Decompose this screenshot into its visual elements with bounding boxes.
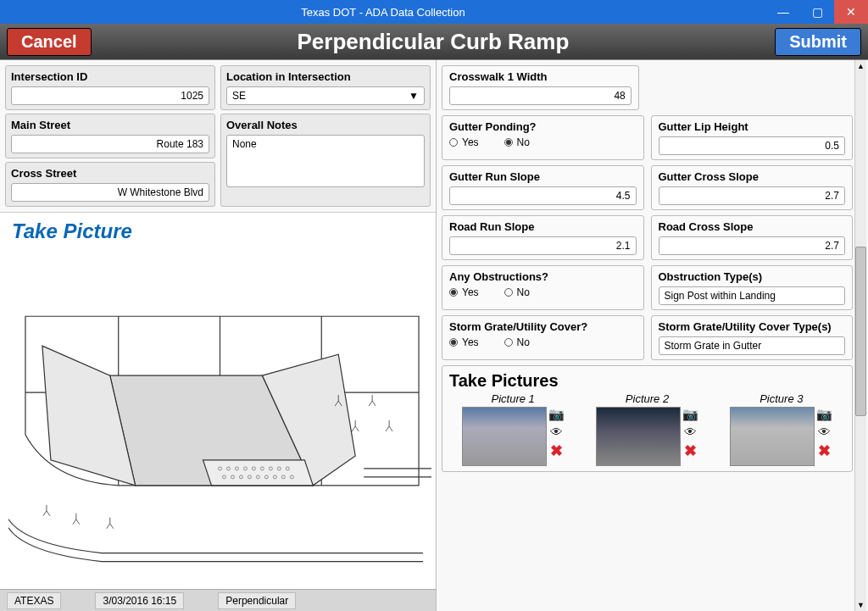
storm-grate-types-input[interactable] <box>659 336 846 355</box>
gutter-run-slope-input[interactable] <box>449 186 637 205</box>
intersection-id-field: Intersection ID <box>5 65 215 110</box>
eye-icon[interactable]: 👁 <box>818 425 831 439</box>
status-user: ATEXAS <box>7 592 61 609</box>
take-pictures-title: Take Pictures <box>449 371 845 391</box>
road-run-slope-input[interactable] <box>449 236 637 255</box>
intersection-id-label: Intersection ID <box>11 70 209 83</box>
eye-icon[interactable]: 👁 <box>684 425 697 439</box>
picture-1: Picture 1 📷 👁 ✖ <box>449 392 576 466</box>
delete-icon[interactable]: ✖ <box>550 442 563 460</box>
camera-icon[interactable]: 📷 <box>548 407 565 422</box>
cross-street-label: Cross Street <box>11 167 209 180</box>
storm-grate-types-field: Storm Grate/Utility Cover Type(s) <box>651 315 854 360</box>
take-picture-area[interactable]: Take Picture <box>0 212 436 589</box>
app-header: Cancel Perpendicular Curb Ramp Submit <box>0 24 868 59</box>
location-select[interactable]: SE ▼ <box>226 86 425 105</box>
close-button[interactable]: ✕ <box>834 0 868 24</box>
eye-icon[interactable]: 👁 <box>550 425 563 439</box>
picture-2: Picture 2 📷 👁 ✖ <box>583 392 710 466</box>
gutter-run-slope-label: Gutter Run Slope <box>449 170 637 183</box>
status-datetime: 3/03/2016 16:15 <box>95 592 184 609</box>
obstruction-types-input[interactable] <box>659 286 846 305</box>
picture-2-thumb[interactable] <box>596 407 681 466</box>
delete-icon[interactable]: ✖ <box>684 442 697 460</box>
right-panel: ▲ ▼ Crosswalk 1 Width Gutter Ponding? Ye… <box>437 60 868 611</box>
crosswalk1-width-field: Crosswalk 1 Width <box>442 65 639 110</box>
picture-2-label: Picture 2 <box>626 392 669 405</box>
scroll-up-icon[interactable]: ▲ <box>855 62 866 70</box>
storm-grate-field: Storm Grate/Utility Cover? Yes No <box>442 315 644 360</box>
notes-label: Overall Notes <box>226 119 425 131</box>
obstructions-field: Any Obstructions? Yes No <box>442 265 644 310</box>
picture-3-label: Picture 3 <box>760 392 803 405</box>
minimize-button[interactable]: — <box>766 0 800 24</box>
gutter-lip-height-label: Gutter Lip Height <box>659 120 846 133</box>
chevron-down-icon: ▼ <box>409 90 419 102</box>
left-panel: Intersection ID Main Street Cross Street <box>0 60 437 611</box>
camera-icon[interactable]: 📷 <box>816 407 832 422</box>
location-field: Location in Intersection SE ▼ <box>220 65 431 110</box>
main-street-field: Main Street <box>5 114 215 158</box>
scroll-down-icon[interactable]: ▼ <box>855 601 866 609</box>
obstructions-label: Any Obstructions? <box>449 270 637 283</box>
picture-3-thumb[interactable] <box>730 407 815 466</box>
notes-input[interactable]: None <box>226 135 425 187</box>
location-value: SE <box>232 90 246 102</box>
picture-3: Picture 3 📷 👁 ✖ <box>718 392 845 466</box>
gutter-cross-slope-label: Gutter Cross Slope <box>659 170 846 183</box>
window-title: Texas DOT - ADA Data Collection <box>0 6 766 19</box>
road-cross-slope-field: Road Cross Slope <box>651 215 854 260</box>
road-cross-slope-label: Road Cross Slope <box>659 220 846 233</box>
gutter-ponding-field: Gutter Ponding? Yes No <box>442 115 644 160</box>
road-cross-slope-input[interactable] <box>659 236 846 255</box>
gutter-run-slope-field: Gutter Run Slope <box>442 165 644 210</box>
gutter-cross-slope-field: Gutter Cross Slope <box>651 165 854 210</box>
scrollbar-thumb[interactable] <box>855 247 866 416</box>
main-street-label: Main Street <box>11 119 209 131</box>
obstruction-types-field: Obstruction Type(s) <box>651 265 854 310</box>
crosswalk1-width-label: Crosswalk 1 Width <box>449 70 632 83</box>
gutter-cross-slope-input[interactable] <box>659 186 846 205</box>
gutter-ponding-yes[interactable]: Yes <box>449 136 479 148</box>
ramp-diagram <box>0 247 436 589</box>
obstructions-no[interactable]: No <box>504 286 530 298</box>
obstruction-types-label: Obstruction Type(s) <box>659 270 846 283</box>
cross-street-input[interactable] <box>11 183 209 202</box>
cross-street-field: Cross Street <box>5 162 215 207</box>
storm-grate-types-label: Storm Grate/Utility Cover Type(s) <box>659 320 846 333</box>
road-run-slope-field: Road Run Slope <box>442 215 644 260</box>
picture-1-label: Picture 1 <box>492 392 535 405</box>
location-label: Location in Intersection <box>226 70 425 83</box>
status-type: Perpendicular <box>218 592 296 609</box>
titlebar: Texas DOT - ADA Data Collection — ▢ ✕ <box>0 0 868 24</box>
road-run-slope-label: Road Run Slope <box>449 220 637 233</box>
submit-button[interactable]: Submit <box>775 28 861 56</box>
notes-field: Overall Notes None <box>220 114 431 207</box>
maximize-button[interactable]: ▢ <box>800 0 834 24</box>
storm-grate-label: Storm Grate/Utility Cover? <box>449 320 637 333</box>
page-title: Perpendicular Curb Ramp <box>92 29 776 55</box>
take-pictures-section: Take Pictures Picture 1 📷 👁 ✖ <box>442 365 853 472</box>
take-picture-label: Take Picture <box>12 219 132 243</box>
gutter-ponding-no[interactable]: No <box>504 136 530 148</box>
cancel-button[interactable]: Cancel <box>7 28 92 56</box>
obstructions-yes[interactable]: Yes <box>449 286 479 298</box>
intersection-id-input[interactable] <box>11 86 209 105</box>
picture-1-thumb[interactable] <box>462 407 547 466</box>
camera-icon[interactable]: 📷 <box>682 407 698 422</box>
storm-grate-yes[interactable]: Yes <box>449 336 479 348</box>
statusbar: ATEXAS 3/03/2016 16:15 Perpendicular <box>0 589 436 611</box>
storm-grate-no[interactable]: No <box>504 336 530 348</box>
delete-icon[interactable]: ✖ <box>818 442 831 460</box>
gutter-lip-height-field: Gutter Lip Height <box>651 115 854 160</box>
gutter-ponding-label: Gutter Ponding? <box>449 120 637 133</box>
gutter-lip-height-input[interactable] <box>659 136 846 155</box>
crosswalk1-width-input[interactable] <box>449 86 632 105</box>
main-street-input[interactable] <box>11 135 209 153</box>
